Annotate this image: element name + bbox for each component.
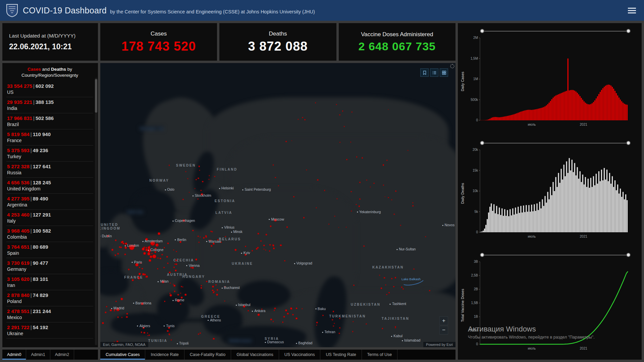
case-cluster-dot[interactable] bbox=[158, 232, 160, 235]
case-cluster-dot[interactable] bbox=[366, 323, 367, 325]
case-cluster-dot[interactable] bbox=[120, 247, 122, 248]
case-cluster-dot[interactable] bbox=[332, 319, 333, 320]
case-cluster-dot[interactable] bbox=[145, 238, 148, 241]
case-cluster-dot[interactable] bbox=[166, 256, 168, 258]
case-cluster-dot[interactable] bbox=[151, 253, 153, 254]
case-cluster-dot[interactable] bbox=[208, 179, 209, 180]
case-cluster-dot[interactable] bbox=[143, 327, 145, 329]
case-cluster-dot[interactable] bbox=[356, 157, 358, 158]
case-cluster-dot[interactable] bbox=[287, 313, 289, 315]
case-cluster-dot[interactable] bbox=[198, 178, 199, 179]
case-cluster-dot[interactable] bbox=[167, 242, 169, 244]
case-cluster-dot[interactable] bbox=[389, 292, 390, 293]
case-cluster-dot[interactable] bbox=[211, 231, 213, 233]
map-tab-us-testing-rate[interactable]: US Testing Rate bbox=[320, 350, 362, 360]
case-cluster-dot[interactable] bbox=[115, 239, 117, 241]
case-cluster-dot[interactable] bbox=[359, 182, 361, 183]
case-cluster-dot[interactable] bbox=[363, 246, 365, 247]
case-cluster-dot[interactable] bbox=[205, 235, 207, 237]
sidebar-scrollbar-track[interactable] bbox=[95, 78, 97, 345]
case-cluster-dot[interactable] bbox=[209, 175, 210, 176]
case-cluster-dot[interactable] bbox=[383, 164, 384, 166]
zoom-in-button[interactable]: + bbox=[439, 316, 448, 325]
case-cluster-dot[interactable] bbox=[263, 244, 265, 246]
case-cluster-dot[interactable] bbox=[115, 301, 117, 302]
case-cluster-dot[interactable] bbox=[273, 247, 275, 249]
case-cluster-dot[interactable] bbox=[261, 309, 263, 310]
case-cluster-dot[interactable] bbox=[302, 308, 303, 309]
case-cluster-dot[interactable] bbox=[200, 236, 201, 237]
case-cluster-dot[interactable] bbox=[384, 196, 385, 197]
case-cluster-dot[interactable] bbox=[245, 246, 246, 247]
case-cluster-dot[interactable] bbox=[176, 263, 177, 265]
case-cluster-dot[interactable] bbox=[260, 240, 262, 242]
case-cluster-dot[interactable] bbox=[175, 259, 177, 261]
case-cluster-dot[interactable] bbox=[291, 140, 292, 141]
case-cluster-dot[interactable] bbox=[303, 217, 305, 218]
country-row-brazil[interactable]: 17 966 831|502 586Brazil bbox=[6, 113, 93, 129]
case-cluster-dot[interactable] bbox=[114, 309, 115, 310]
case-cluster-dot[interactable] bbox=[339, 142, 341, 143]
case-cluster-dot[interactable] bbox=[192, 267, 194, 269]
case-cluster-dot[interactable] bbox=[171, 340, 172, 341]
country-row-ukraine[interactable]: 2 291 722|54 192Ukraine bbox=[6, 322, 93, 339]
case-cluster-dot[interactable] bbox=[124, 247, 127, 249]
daily-deaths-slider-handle-right[interactable] bbox=[626, 141, 631, 145]
case-cluster-dot[interactable] bbox=[285, 141, 287, 142]
case-cluster-dot[interactable] bbox=[151, 242, 154, 245]
case-cluster-dot[interactable] bbox=[235, 249, 236, 251]
case-cluster-dot[interactable] bbox=[328, 224, 330, 225]
case-cluster-dot[interactable] bbox=[391, 278, 393, 280]
case-cluster-dot[interactable] bbox=[201, 190, 202, 191]
case-cluster-dot[interactable] bbox=[176, 251, 177, 252]
case-cluster-dot[interactable] bbox=[265, 250, 266, 251]
case-cluster-dot[interactable] bbox=[324, 190, 325, 191]
case-cluster-dot[interactable] bbox=[148, 249, 151, 252]
case-cluster-dot[interactable] bbox=[352, 112, 353, 113]
case-cluster-dot[interactable] bbox=[190, 267, 192, 268]
case-cluster-dot[interactable] bbox=[333, 311, 334, 312]
case-cluster-dot[interactable] bbox=[395, 327, 396, 328]
case-cluster-dot[interactable] bbox=[128, 269, 130, 270]
case-cluster-dot[interactable] bbox=[107, 235, 109, 237]
case-cluster-dot[interactable] bbox=[106, 306, 107, 307]
case-cluster-dot[interactable] bbox=[351, 191, 352, 192]
case-cluster-dot[interactable] bbox=[135, 263, 139, 266]
case-cluster-dot[interactable] bbox=[142, 273, 145, 276]
case-cluster-dot[interactable] bbox=[142, 268, 143, 269]
case-cluster-dot[interactable] bbox=[182, 219, 185, 222]
case-cluster-dot[interactable] bbox=[167, 330, 169, 332]
case-cluster-dot[interactable] bbox=[379, 275, 380, 276]
case-cluster-dot[interactable] bbox=[356, 204, 357, 205]
case-cluster-dot[interactable] bbox=[401, 287, 402, 288]
case-cluster-dot[interactable] bbox=[124, 254, 126, 255]
country-row-turkey[interactable]: 5 375 593|49 236Turkey bbox=[6, 145, 93, 162]
case-cluster-dot[interactable] bbox=[383, 185, 384, 186]
legend-list-icon[interactable] bbox=[430, 68, 438, 77]
case-cluster-dot[interactable] bbox=[386, 294, 388, 295]
case-cluster-dot[interactable] bbox=[169, 272, 171, 274]
case-cluster-dot[interactable] bbox=[412, 205, 414, 207]
case-cluster-dot[interactable] bbox=[111, 249, 113, 251]
case-cluster-dot[interactable] bbox=[269, 244, 271, 246]
case-cluster-dot[interactable] bbox=[298, 119, 299, 120]
case-cluster-dot[interactable] bbox=[217, 289, 218, 291]
case-cluster-dot[interactable] bbox=[179, 241, 181, 243]
case-cluster-dot[interactable] bbox=[316, 322, 318, 323]
case-cluster-dot[interactable] bbox=[213, 243, 215, 245]
sidebar-tab-admin1[interactable]: Admin1 bbox=[26, 350, 50, 360]
case-cluster-dot[interactable] bbox=[257, 247, 259, 249]
case-cluster-dot[interactable] bbox=[220, 242, 221, 243]
case-cluster-dot[interactable] bbox=[200, 333, 201, 334]
case-cluster-dot[interactable] bbox=[243, 305, 245, 307]
case-cluster-dot[interactable] bbox=[177, 299, 180, 302]
total-vaccine-doses-time-slider[interactable] bbox=[482, 252, 629, 258]
map-tab-terms-of-use[interactable]: Terms of Use bbox=[362, 350, 398, 360]
case-cluster-dot[interactable] bbox=[213, 292, 214, 293]
case-cluster-dot[interactable] bbox=[142, 247, 145, 250]
case-cluster-dot[interactable] bbox=[139, 267, 140, 268]
country-row-iran[interactable]: 3 105 620|83 101Iran bbox=[6, 274, 93, 290]
case-cluster-dot[interactable] bbox=[201, 287, 202, 289]
case-cluster-dot[interactable] bbox=[168, 327, 170, 329]
case-cluster-dot[interactable] bbox=[117, 309, 119, 311]
